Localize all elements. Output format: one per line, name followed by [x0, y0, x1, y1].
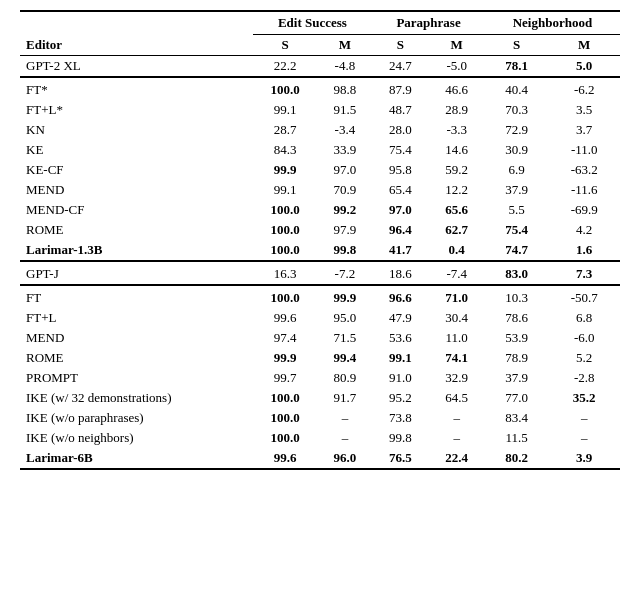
table-cell: 22.2: [253, 56, 318, 78]
table-cell: -3.4: [318, 120, 373, 140]
table-cell: 99.8: [372, 428, 428, 448]
table-cell: -2.8: [548, 368, 620, 388]
editor-name: GPT-2 XL: [20, 56, 253, 78]
table-cell: 78.9: [485, 348, 549, 368]
editor-name: GPT-J: [20, 261, 253, 285]
table-cell: -7.2: [318, 261, 373, 285]
table-cell: 72.9: [485, 120, 549, 140]
table-cell: 99.9: [318, 285, 373, 308]
table-cell: -6.2: [548, 77, 620, 100]
editor-name: FT+L*: [20, 100, 253, 120]
table-cell: -4.8: [318, 56, 373, 78]
table-cell: 100.0: [253, 285, 318, 308]
table-cell: 99.9: [253, 348, 318, 368]
table-cell: 30.4: [429, 308, 485, 328]
sub-header-row: Editor S M S M S M: [20, 35, 620, 56]
table-cell: 75.4: [485, 220, 549, 240]
table-cell: 47.9: [372, 308, 428, 328]
para-m-header: M: [429, 35, 485, 56]
table-cell: 99.1: [253, 100, 318, 120]
table-cell: 48.7: [372, 100, 428, 120]
table-cell: 91.5: [318, 100, 373, 120]
table-row: IKE (w/o paraphrases)100.0–73.8–83.4–: [20, 408, 620, 428]
table-cell: 99.1: [253, 180, 318, 200]
table-cell: -5.0: [429, 56, 485, 78]
table-row: IKE (w/ 32 demonstrations)100.091.795.26…: [20, 388, 620, 408]
editor-name: ROME: [20, 220, 253, 240]
table-cell: 5.0: [548, 56, 620, 78]
editor-name: FT+L: [20, 308, 253, 328]
table-row: KN28.7-3.428.0-3.372.93.7: [20, 120, 620, 140]
table-cell: 11.0: [429, 328, 485, 348]
table-cell: 12.2: [429, 180, 485, 200]
table-cell: 5.5: [485, 200, 549, 220]
table-cell: 91.0: [372, 368, 428, 388]
table-cell: 11.5: [485, 428, 549, 448]
table-cell: 3.9: [548, 448, 620, 469]
table-row: IKE (w/o neighbors)100.0–99.8–11.5–: [20, 428, 620, 448]
table-cell: 0.4: [429, 240, 485, 261]
table-cell: 46.6: [429, 77, 485, 100]
table-cell: 100.0: [253, 388, 318, 408]
table-cell: –: [429, 428, 485, 448]
editor-name: Larimar-6B: [20, 448, 253, 469]
editor-name: ROME: [20, 348, 253, 368]
table-cell: 97.0: [318, 160, 373, 180]
table-cell: -69.9: [548, 200, 620, 220]
table-row: MEND-CF100.099.297.065.65.5-69.9: [20, 200, 620, 220]
table-cell: 28.7: [253, 120, 318, 140]
table-cell: 95.0: [318, 308, 373, 328]
editor-name: MEND: [20, 328, 253, 348]
table-cell: 71.5: [318, 328, 373, 348]
table-cell: 62.7: [429, 220, 485, 240]
table-row: KE84.333.975.414.630.9-11.0: [20, 140, 620, 160]
larimar-row: Larimar-1.3B100.099.841.70.474.71.6: [20, 240, 620, 261]
table-row: FT100.099.996.671.010.3-50.7: [20, 285, 620, 308]
editor-name: FT*: [20, 77, 253, 100]
table-cell: 77.0: [485, 388, 549, 408]
table-cell: –: [548, 428, 620, 448]
neigh-s-header: S: [485, 35, 549, 56]
table-cell: 32.9: [429, 368, 485, 388]
table-cell: 53.9: [485, 328, 549, 348]
table-cell: 98.8: [318, 77, 373, 100]
table-cell: 22.4: [429, 448, 485, 469]
table-cell: 53.6: [372, 328, 428, 348]
table-cell: 74.7: [485, 240, 549, 261]
table-cell: –: [318, 428, 373, 448]
table-cell: 96.6: [372, 285, 428, 308]
table-cell: -6.0: [548, 328, 620, 348]
edit-success-header: Edit Success: [253, 11, 373, 35]
table-cell: 83.4: [485, 408, 549, 428]
table-cell: 100.0: [253, 200, 318, 220]
table-row: KE-CF99.997.095.859.26.9-63.2: [20, 160, 620, 180]
table-cell: 96.0: [318, 448, 373, 469]
table-cell: -3.3: [429, 120, 485, 140]
table-row: GPT-J16.3-7.218.6-7.483.07.3: [20, 261, 620, 285]
editor-name: IKE (w/o neighbors): [20, 428, 253, 448]
editor-name: MEND: [20, 180, 253, 200]
table-cell: 70.9: [318, 180, 373, 200]
paraphrase-header: Paraphrase: [372, 11, 485, 35]
es-m-header: M: [318, 35, 373, 56]
table-row: MEND99.170.965.412.237.9-11.6: [20, 180, 620, 200]
table-cell: 33.9: [318, 140, 373, 160]
table-cell: –: [548, 408, 620, 428]
table-cell: 100.0: [253, 77, 318, 100]
table-cell: -7.4: [429, 261, 485, 285]
editor-name: FT: [20, 285, 253, 308]
table-cell: 80.2: [485, 448, 549, 469]
table-cell: 18.6: [372, 261, 428, 285]
editor-name: KE: [20, 140, 253, 160]
table-cell: 59.2: [429, 160, 485, 180]
table-row: FT+L*99.191.548.728.970.33.5: [20, 100, 620, 120]
editor-name: KE-CF: [20, 160, 253, 180]
para-s-header: S: [372, 35, 428, 56]
table-cell: 99.9: [253, 160, 318, 180]
table-cell: 73.8: [372, 408, 428, 428]
table-cell: 1.6: [548, 240, 620, 261]
table-cell: 74.1: [429, 348, 485, 368]
table-cell: –: [318, 408, 373, 428]
editor-name: PROMPT: [20, 368, 253, 388]
table-cell: 65.4: [372, 180, 428, 200]
